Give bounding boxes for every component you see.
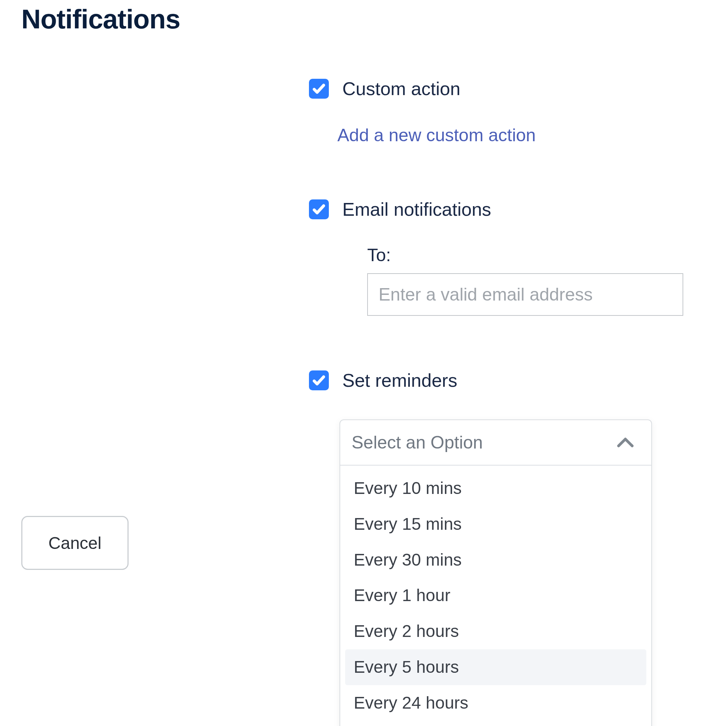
reminders-option-1[interactable]: Every 15 mins [345,506,646,542]
reminders-dropdown: Select an Option Every 10 mins Every 15 … [340,419,652,726]
reminders-dropdown-options: Every 10 mins Every 15 mins Every 30 min… [340,465,651,726]
email-notifications-checkbox[interactable] [309,200,329,219]
custom-action-checkbox[interactable] [309,79,329,99]
email-to-block: To: [367,245,683,316]
reminders-dropdown-placeholder: Select an Option [352,432,483,453]
reminders-option-5[interactable]: Every 5 hours [345,649,646,685]
custom-action-label: Custom action [343,78,460,99]
reminders-label: Set reminders [343,370,457,391]
custom-action-link-row: Add a new custom action [337,125,683,145]
add-custom-action-link[interactable]: Add a new custom action [337,125,536,145]
custom-action-row: Custom action [309,78,683,99]
notifications-form: Custom action Add a new custom action Em… [309,78,683,726]
reminders-checkbox[interactable] [309,371,329,390]
email-notifications-label: Email notifications [343,199,491,220]
check-icon [312,373,326,387]
reminders-section: Set reminders Select an Option Every 10 … [309,370,683,726]
reminders-option-0[interactable]: Every 10 mins [345,471,646,506]
email-notifications-row: Email notifications [309,199,683,220]
custom-action-section: Custom action Add a new custom action [309,78,683,145]
reminders-option-2[interactable]: Every 30 mins [345,542,646,578]
check-icon [312,202,326,217]
reminders-option-7[interactable]: Every week [345,721,646,726]
email-notifications-section: Email notifications To: [309,199,683,316]
check-icon [312,82,326,96]
email-to-label: To: [367,245,683,265]
reminders-option-6[interactable]: Every 24 hours [345,685,646,721]
reminders-option-4[interactable]: Every 2 hours [345,613,646,649]
page-title: Notifications [0,3,728,34]
reminders-dropdown-header[interactable]: Select an Option [340,420,651,465]
reminders-row: Set reminders [309,370,683,391]
email-to-input[interactable] [367,273,683,316]
reminders-option-3[interactable]: Every 1 hour [345,578,646,613]
chevron-up-icon [617,437,633,448]
cancel-button[interactable]: Cancel [21,516,128,570]
